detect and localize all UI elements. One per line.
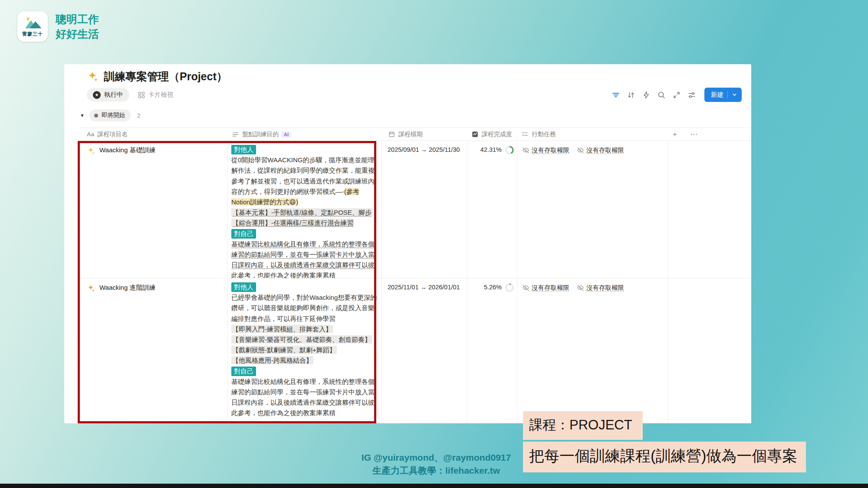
search-icon[interactable] <box>657 91 666 99</box>
annotation-course-project: 課程：PROJECT <box>523 411 643 440</box>
footer-line-1: IG @yuiraymond、@raymond0917 <box>343 451 529 464</box>
column-label: 課程完成度 <box>482 131 512 138</box>
brand: 雷蒙三十 聰明工作 好好生活 <box>17 11 99 42</box>
task-link-label: 沒有存取權限 <box>532 284 569 292</box>
view-tab-label: 執行中 <box>104 91 123 99</box>
empty-cell <box>668 278 751 423</box>
column-label: 盤點訓練目的 <box>242 131 279 138</box>
brand-tagline: 聰明工作 好好生活 <box>56 12 99 41</box>
eye-off-icon <box>577 284 584 291</box>
status-dot-icon <box>94 114 98 118</box>
page-title: 訓練專案管理（Project） <box>87 69 227 84</box>
column-header-extra: + ⋯ <box>668 128 751 141</box>
group-label: 即將開始 <box>102 111 125 119</box>
column-header-name[interactable]: Aa 課程項目名 <box>78 128 228 141</box>
task-link-label: 沒有存取權限 <box>532 146 569 154</box>
text-icon: Aa <box>87 131 94 138</box>
toolbar: 新建 <box>612 88 742 102</box>
sort-icon[interactable] <box>627 91 635 99</box>
brand-logo-text: 雷蒙三十 <box>22 31 43 37</box>
table-header-row: Aa 課程項目名 盤點訓練目的 AI 課程 <box>78 128 751 141</box>
automation-icon[interactable] <box>642 91 651 99</box>
completion-percent: 42.31% <box>480 146 502 153</box>
task-link[interactable]: 沒有存取權限 <box>522 284 569 292</box>
column-label: 課程檔期 <box>398 131 423 138</box>
completion-cell: 5.26% <box>467 278 517 423</box>
dates-cell[interactable]: 2025/11/01 → 2026/01/01 <box>382 278 467 423</box>
task-link[interactable]: 沒有存取權限 <box>577 146 624 154</box>
eye-off-icon <box>522 284 529 291</box>
page-title-text: 訓練專案管理（Project） <box>104 69 227 84</box>
star-view-icon: ★ <box>93 91 101 99</box>
add-column-button[interactable]: + <box>673 130 677 139</box>
tagline-line-2: 好好生活 <box>56 26 99 41</box>
expand-icon[interactable] <box>672 91 681 99</box>
tagline-line-1: 聰明工作 <box>56 12 99 26</box>
progress-ring <box>505 283 514 292</box>
view-tab-label: 卡片檢視 <box>148 91 174 99</box>
chevron-down-icon[interactable] <box>732 92 737 98</box>
eye-off-icon <box>577 147 584 154</box>
highlight-rectangle <box>78 141 376 423</box>
task-link-label: 沒有存取權限 <box>586 146 624 154</box>
task-link-label: 沒有存取權限 <box>586 284 624 292</box>
button-divider <box>727 91 728 98</box>
mountain-sun-icon <box>23 16 43 30</box>
bottom-bar <box>0 484 868 488</box>
ai-badge: AI <box>282 131 291 138</box>
empty-cell <box>668 141 751 278</box>
annotation-description: 把每一個訓練課程(訓練營)做為一個專案 <box>523 442 806 472</box>
list-icon <box>232 131 239 138</box>
column-label: 行動任務 <box>532 131 556 138</box>
brand-logo: 雷蒙三十 <box>17 11 48 42</box>
new-button-label: 新建 <box>711 91 723 99</box>
view-tabs: ★ 執行中 卡片檢視 <box>87 88 174 102</box>
footer-credit: IG @yuiraymond、@raymond0917 生產力工具教學：life… <box>343 451 529 477</box>
calendar-icon <box>388 131 395 138</box>
eye-off-icon <box>522 147 529 154</box>
column-header-tasks[interactable]: 行動任務 <box>517 128 668 141</box>
completion-cell: 42.31% <box>467 141 517 278</box>
completion-percent: 5.26% <box>484 284 502 291</box>
chart-icon <box>471 131 479 138</box>
view-tab-cards[interactable]: 卡片檢視 <box>138 91 174 99</box>
task-link[interactable]: 沒有存取權限 <box>577 284 624 292</box>
column-header-dates[interactable]: 課程檔期 <box>382 128 467 141</box>
status-pill[interactable]: 即將開始 <box>89 109 131 121</box>
task-link[interactable]: 沒有存取權限 <box>522 146 569 154</box>
tasks-cell[interactable]: 沒有存取權限沒有存取權限 <box>517 278 668 423</box>
page: 雷蒙三十 聰明工作 好好生活 訓練專案管理（Project） ★ 執行中 <box>0 0 868 488</box>
group-header: ▼ 即將開始 2 <box>80 109 140 121</box>
collapse-triangle-icon[interactable]: ▼ <box>80 113 85 118</box>
settings-icon[interactable] <box>687 91 696 99</box>
tasks-cell[interactable]: 沒有存取權限沒有存取權限 <box>517 141 668 278</box>
column-header-completion[interactable]: 課程完成度 <box>467 128 517 141</box>
column-label: 課程項目名 <box>97 131 128 138</box>
filter-icon[interactable] <box>612 91 620 99</box>
grid-view-icon <box>138 92 145 98</box>
group-count: 2 <box>137 112 141 119</box>
new-button[interactable]: 新建 <box>704 88 742 102</box>
checklist-icon <box>521 131 529 138</box>
column-header-purpose[interactable]: 盤點訓練目的 AI <box>228 128 382 141</box>
view-tab-running[interactable]: ★ 執行中 <box>87 88 129 102</box>
footer-line-2: 生產力工具教學：lifehacker.tw <box>343 464 529 477</box>
progress-ring <box>505 146 514 154</box>
sparkles-page-icon <box>87 71 99 82</box>
more-options-button[interactable]: ⋯ <box>690 130 697 139</box>
dates-cell[interactable]: 2025/09/01 → 2025/11/30 <box>382 141 467 278</box>
